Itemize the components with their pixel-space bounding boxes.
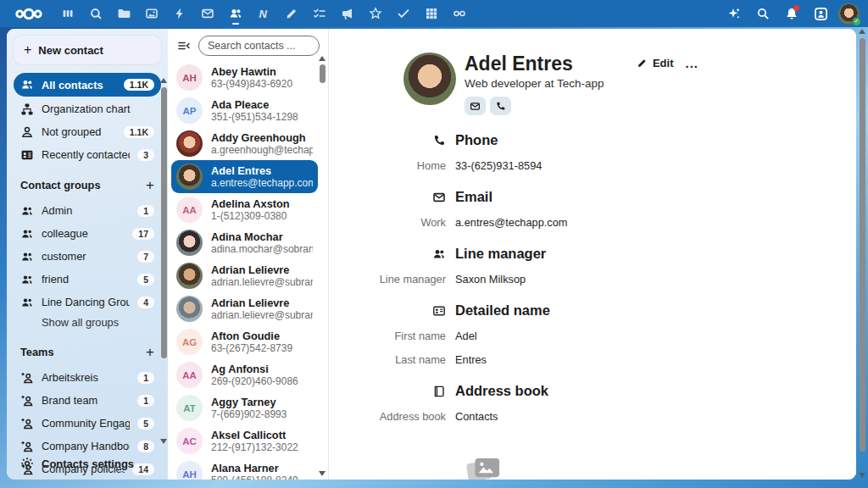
user-avatar[interactable]: ✓ bbox=[838, 3, 860, 25]
group-item-line-dancing-group[interactable]: Line Dancing Group4 bbox=[14, 291, 161, 313]
detail-row-label: Last name bbox=[361, 353, 446, 366]
search-contacts-input[interactable] bbox=[208, 40, 310, 52]
mail-icon[interactable] bbox=[196, 2, 219, 25]
contact-initials-avatar: AG bbox=[176, 329, 203, 355]
scrollbar-thumb[interactable] bbox=[161, 87, 167, 358]
contact-name: Ada Pleace bbox=[211, 98, 298, 111]
scroll-down-arrow[interactable] bbox=[160, 439, 167, 444]
detail-row-value[interactable]: Adel bbox=[455, 330, 477, 342]
list-item-adrian-lelievre[interactable]: Adrian Lelievreadrian.lelievre@subrana.c… bbox=[171, 259, 318, 292]
search-icon[interactable] bbox=[752, 3, 774, 25]
photos-icon[interactable] bbox=[140, 2, 163, 25]
new-contact-button[interactable]: + New contact bbox=[14, 36, 161, 64]
detail-row-value[interactable]: Contacts bbox=[455, 410, 498, 423]
scrollbar-thumb[interactable] bbox=[860, 38, 865, 452]
contact-initials-avatar: AH bbox=[176, 64, 203, 91]
edit-button[interactable]: Edit bbox=[637, 57, 674, 69]
list-item-adrian-lelievre[interactable]: Adrian Lelievreadrian.lelievre@subrana.c… bbox=[171, 292, 318, 325]
list-item-adel-entres[interactable]: Adel Entresa.entres@techapp.com bbox=[171, 160, 318, 193]
add-team-button[interactable]: + bbox=[146, 347, 154, 358]
team-item-arbeitskreis[interactable]: Arbeitskreis1 bbox=[14, 367, 161, 388]
list-item-adina-mochar[interactable]: Adina Mocharadina.mochar@sobrana.com bbox=[171, 226, 318, 259]
scrollbar-thumb[interactable] bbox=[320, 64, 326, 83]
contacts-menu-icon[interactable] bbox=[810, 3, 832, 25]
sidebar-item-recently-contacted[interactable]: Recently contacted3 bbox=[14, 144, 161, 165]
contact-text: Adrian Lelievreadrian.lelievre@subrana.c… bbox=[211, 297, 313, 321]
files-icon[interactable] bbox=[112, 2, 135, 25]
teams-header: Teams + bbox=[20, 346, 154, 358]
detail-row-value[interactable]: Entres bbox=[455, 353, 487, 366]
sidebar-item-label: Not grouped bbox=[42, 125, 116, 138]
group-item-colleague[interactable]: colleague17 bbox=[14, 223, 161, 244]
detail-row-value[interactable]: a.entres@techapp.com bbox=[455, 216, 568, 229]
activity-icon[interactable] bbox=[168, 2, 191, 25]
tasks-icon[interactable] bbox=[308, 2, 331, 25]
office-icon[interactable] bbox=[448, 2, 470, 25]
scroll-down-arrow[interactable] bbox=[859, 473, 865, 478]
group-item-admin[interactable]: Admin1 bbox=[14, 200, 161, 221]
tables-icon[interactable] bbox=[420, 2, 442, 25]
notes-icon[interactable] bbox=[280, 2, 303, 25]
content-area: + New contact All contacts1.1KOrganizati… bbox=[7, 29, 856, 480]
more-actions-button[interactable]: ... bbox=[685, 56, 698, 70]
sparkles-icon[interactable] bbox=[723, 3, 745, 25]
contact-list-scrollbar[interactable] bbox=[318, 56, 326, 476]
scroll-up-arrow[interactable] bbox=[160, 78, 167, 83]
contact-detail: 212-(917)132-3022 bbox=[211, 441, 298, 453]
list-item-addy-greenhough[interactable]: Addy Greenhougha.greenhough@techapp.com bbox=[171, 127, 318, 160]
scroll-up-arrow[interactable] bbox=[319, 56, 326, 61]
notifications-bell-icon[interactable] bbox=[781, 3, 803, 25]
list-item-aggy-tarney[interactable]: ATAggy Tarney7-(669)902-8993 bbox=[171, 391, 318, 424]
sidebar-item-organization-chart[interactable]: Organization chart bbox=[14, 98, 161, 119]
add-group-button[interactable]: + bbox=[146, 180, 154, 191]
send-email-button[interactable] bbox=[465, 97, 486, 115]
contact-text: Addy Greenhougha.greenhough@techapp.com bbox=[211, 131, 313, 156]
list-item-aksel-callicott[interactable]: ACAksel Callicott212-(917)132-3022 bbox=[171, 424, 318, 458]
contacts-icon[interactable] bbox=[224, 2, 247, 25]
detail-row-label: First name bbox=[361, 330, 446, 342]
search-app-icon[interactable] bbox=[84, 2, 107, 25]
page-scrollbar[interactable] bbox=[858, 29, 866, 478]
section-detailed-name: Detailed nameFirst nameAdelLast nameEntr… bbox=[361, 302, 822, 366]
gear-icon bbox=[20, 457, 34, 470]
contacts-settings-button[interactable]: Contacts settings bbox=[14, 447, 161, 480]
org-chart-icon bbox=[20, 103, 34, 116]
scroll-up-arrow[interactable] bbox=[859, 29, 865, 34]
list-item-abey-hawtin[interactable]: AHAbey Hawtin63-(949)843-6920 bbox=[171, 61, 318, 94]
contact-detail: 269-(920)460-9086 bbox=[211, 375, 298, 387]
new-contact-label: New contact bbox=[38, 44, 103, 57]
people-icon bbox=[20, 78, 34, 92]
group-item-customer[interactable]: customer7 bbox=[14, 246, 161, 267]
list-item-ada-pleace[interactable]: APAda Pleace351-(951)534-1298 bbox=[171, 94, 318, 127]
call-phone-button[interactable] bbox=[490, 97, 511, 115]
count-badge: 1.1K bbox=[124, 126, 154, 138]
show-all-groups-link[interactable]: Show all groups bbox=[14, 313, 161, 332]
sidebar-item-label: colleague bbox=[42, 227, 125, 240]
contact-photo[interactable] bbox=[403, 53, 456, 105]
list-item-ag-anfonsi[interactable]: AAAg Anfonsi269-(920)460-9086 bbox=[171, 358, 318, 391]
announcements-icon[interactable] bbox=[336, 2, 359, 25]
sidebar-scrollbar[interactable] bbox=[159, 78, 168, 444]
team-item-community-engagement[interactable]: Community Engagement5 bbox=[14, 413, 161, 434]
detail-row-value[interactable]: Saxon Milksop bbox=[455, 273, 526, 286]
sidebar-item-all-contacts[interactable]: All contacts1.1K bbox=[14, 73, 161, 97]
shared-items-empty-state: No shared items with this contact bbox=[356, 452, 610, 480]
team-item-brand-team[interactable]: Brand team1 bbox=[14, 390, 161, 411]
list-item-alana-harner[interactable]: AHAlana Harner500-(456)198-8249 bbox=[171, 458, 318, 480]
list-item-adelina-axston[interactable]: AAAdelina Axston1-(512)309-0380 bbox=[171, 193, 318, 226]
recognize-icon[interactable] bbox=[364, 2, 387, 25]
approval-icon[interactable] bbox=[392, 2, 415, 25]
online-status-badge: ✓ bbox=[852, 17, 861, 26]
detail-row-value[interactable]: 33-(625)931-8594 bbox=[455, 159, 542, 172]
sidebar-item-not-grouped[interactable]: Not grouped1.1K bbox=[14, 121, 161, 142]
group-item-friend[interactable]: friend5 bbox=[14, 269, 161, 290]
collapse-navigation-icon[interactable] bbox=[175, 36, 193, 55]
nextcloud-logo-icon[interactable] bbox=[14, 6, 44, 22]
list-item-afton-goudie[interactable]: AGAfton Goudie63-(267)542-8739 bbox=[171, 325, 318, 358]
news-icon[interactable]: N bbox=[252, 2, 275, 25]
contact-name: Adel Entres bbox=[465, 53, 604, 75]
scroll-down-arrow[interactable] bbox=[319, 471, 326, 476]
contact-detail: a.greenhough@techapp.com bbox=[211, 144, 313, 156]
contact-detail: 63-(949)843-6920 bbox=[211, 78, 292, 90]
dashboard-icon[interactable] bbox=[56, 2, 79, 25]
